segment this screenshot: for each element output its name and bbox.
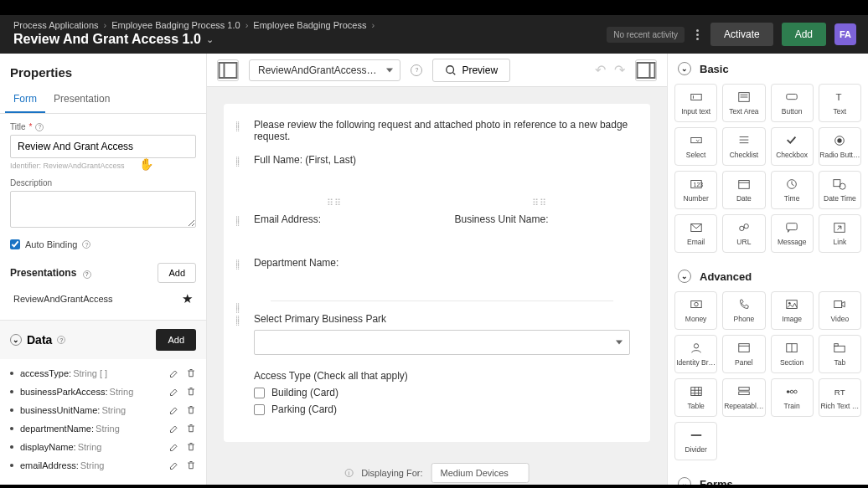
data-row[interactable]: businessUnitName: String bbox=[10, 401, 196, 419]
palette-text-area[interactable]: Text Area bbox=[722, 84, 765, 122]
data-row[interactable]: accessType: String [ ] bbox=[10, 364, 196, 383]
delete-icon[interactable] bbox=[186, 442, 196, 452]
recent-activity-pill[interactable]: No recent activity bbox=[607, 27, 685, 43]
drop-zone-icon[interactable]: ⠿⠿ bbox=[244, 198, 425, 208]
palette-link[interactable]: Link bbox=[819, 214, 861, 253]
data-row[interactable]: businessParkAccess: String bbox=[10, 383, 196, 401]
palette-section[interactable]: Section bbox=[771, 335, 814, 373]
auto-binding-checkbox[interactable] bbox=[10, 239, 20, 249]
tab-presentation[interactable]: Presentation bbox=[45, 86, 118, 113]
description-input[interactable] bbox=[10, 191, 196, 228]
drag-handle-icon[interactable]: ⁞⁞⁞⁞ bbox=[235, 304, 239, 312]
activate-button[interactable]: Activate bbox=[710, 23, 773, 46]
advanced-section-header[interactable]: ⌄ Advanced bbox=[668, 261, 868, 291]
business-park-select[interactable] bbox=[254, 330, 630, 355]
palette-message[interactable]: Message bbox=[771, 214, 814, 253]
forms-section-header[interactable]: ⌄ Forms bbox=[668, 469, 868, 485]
info-icon[interactable]: ? bbox=[35, 123, 44, 131]
palette-url[interactable]: URL bbox=[722, 214, 765, 253]
palette-input-text[interactable]: Input text bbox=[674, 84, 717, 122]
palette-tab[interactable]: Tab bbox=[819, 335, 861, 373]
palette-repeatabl-[interactable]: Repeatabl… bbox=[722, 378, 765, 417]
palette-table[interactable]: Table bbox=[674, 378, 717, 417]
edit-icon[interactable] bbox=[169, 405, 179, 415]
palette-video[interactable]: Video bbox=[819, 291, 861, 330]
info-icon[interactable]: i bbox=[344, 469, 353, 477]
palette-phone[interactable]: Phone bbox=[722, 291, 765, 330]
data-row[interactable]: departmentName: String bbox=[10, 419, 196, 438]
redo-icon[interactable]: ↷ bbox=[614, 62, 625, 78]
palette-checkbox[interactable]: Checkbox bbox=[771, 127, 814, 166]
edit-icon[interactable] bbox=[169, 368, 179, 378]
info-icon[interactable]: ? bbox=[82, 240, 90, 249]
drag-handle-icon[interactable]: ⁞⁞⁞⁞ bbox=[235, 217, 239, 225]
palette-image[interactable]: Image bbox=[771, 291, 814, 330]
palette-train[interactable]: Train bbox=[771, 378, 814, 417]
crumb-process[interactable]: Employee Badging Process bbox=[253, 20, 366, 30]
tab-form[interactable]: Form bbox=[5, 86, 45, 113]
panel-toggle-icon[interactable] bbox=[217, 59, 239, 81]
email-label[interactable]: Email Address: bbox=[254, 213, 430, 225]
palette-time[interactable]: Time bbox=[771, 171, 814, 209]
star-icon[interactable]: ★ bbox=[182, 291, 193, 306]
business-unit-label[interactable]: Business Unit Name: bbox=[455, 213, 631, 225]
palette-panel[interactable]: Panel bbox=[722, 335, 765, 373]
edit-icon[interactable] bbox=[169, 387, 179, 397]
undo-icon[interactable]: ↶ bbox=[595, 62, 606, 78]
device-dropdown[interactable]: Medium Devices bbox=[431, 463, 530, 483]
delete-icon[interactable] bbox=[186, 405, 196, 415]
palette-rich-text-[interactable]: RTRich Text … bbox=[819, 378, 861, 417]
title-input[interactable] bbox=[10, 135, 196, 158]
checkbox-building[interactable]: Building (Card) bbox=[254, 387, 630, 398]
add-presentation-button[interactable]: Add bbox=[158, 263, 196, 283]
form-canvas[interactable]: ⁞⁞⁞⁞ Please review the following request… bbox=[224, 104, 650, 442]
palette-radio-butt-[interactable]: Radio Butt… bbox=[819, 127, 861, 166]
checkbox-parking[interactable]: Parking (Card) bbox=[254, 403, 630, 415]
chevron-down-icon[interactable]: ⌄ bbox=[206, 34, 214, 45]
presentation-dropdown[interactable]: ReviewAndGrantAccess… bbox=[249, 59, 400, 81]
data-row[interactable]: emailAddress: String bbox=[10, 456, 196, 475]
fullname-label[interactable]: Full Name: (First, Last) bbox=[254, 154, 630, 166]
panel-right-toggle-icon[interactable] bbox=[635, 59, 657, 81]
preview-button[interactable]: Preview bbox=[432, 59, 510, 82]
palette-button[interactable]: Button bbox=[771, 84, 814, 122]
palette-number[interactable]: 123Number bbox=[674, 171, 717, 209]
chevron-down-icon[interactable]: ⌄ bbox=[10, 334, 22, 346]
palette-money[interactable]: Money bbox=[674, 291, 717, 330]
crumb-apps[interactable]: Process Applications bbox=[13, 20, 99, 30]
delete-icon[interactable] bbox=[186, 387, 196, 397]
basic-section-header[interactable]: ⌄ Basic bbox=[668, 54, 868, 84]
palette-divider[interactable]: Divider bbox=[674, 422, 717, 460]
drag-handle-icon[interactable]: ⁞⁞⁞⁞ bbox=[235, 316, 239, 325]
drag-handle-icon[interactable]: ⁞⁞⁞⁞ bbox=[235, 157, 239, 166]
delete-icon[interactable] bbox=[186, 460, 196, 470]
presentation-item[interactable]: ReviewAndGrantAccess ★ bbox=[10, 283, 196, 315]
add-button[interactable]: Add bbox=[782, 23, 826, 46]
info-icon[interactable]: ? bbox=[83, 270, 91, 279]
edit-icon[interactable] bbox=[169, 460, 179, 470]
delete-icon[interactable] bbox=[186, 424, 196, 434]
crumb-process-ver[interactable]: Employee Badging Process 1.0 bbox=[111, 20, 240, 30]
intro-text[interactable]: Please review the following request and … bbox=[254, 119, 630, 142]
avatar[interactable]: FA bbox=[834, 23, 856, 45]
palette-date[interactable]: Date bbox=[722, 171, 765, 209]
department-label[interactable]: Department Name: bbox=[254, 257, 630, 269]
edit-icon[interactable] bbox=[169, 424, 179, 434]
edit-icon[interactable] bbox=[169, 442, 179, 452]
help-icon[interactable]: ? bbox=[411, 64, 422, 76]
drag-handle-icon[interactable]: ⁞⁞⁞⁞ bbox=[235, 122, 239, 131]
palette-date-time[interactable]: Date Time bbox=[819, 171, 861, 209]
palette-select[interactable]: Select bbox=[674, 127, 717, 166]
delete-icon[interactable] bbox=[186, 368, 196, 378]
data-row[interactable]: displayName: String bbox=[10, 438, 196, 456]
drop-zone-icon[interactable]: ⠿⠿ bbox=[450, 198, 631, 208]
data-header[interactable]: ⌄ Data ? bbox=[10, 333, 65, 347]
add-data-button[interactable]: Add bbox=[156, 329, 196, 351]
palette-text[interactable]: TText bbox=[819, 84, 861, 122]
drag-handle-icon[interactable]: ⁞⁞⁞⁞ bbox=[235, 260, 239, 269]
more-menu-icon[interactable] bbox=[693, 26, 702, 44]
info-icon[interactable]: ? bbox=[57, 336, 65, 344]
palette-identity-br-[interactable]: Identity Br… bbox=[674, 335, 717, 373]
palette-email[interactable]: Email bbox=[674, 214, 717, 253]
palette-checklist[interactable]: Checklist bbox=[722, 127, 765, 166]
